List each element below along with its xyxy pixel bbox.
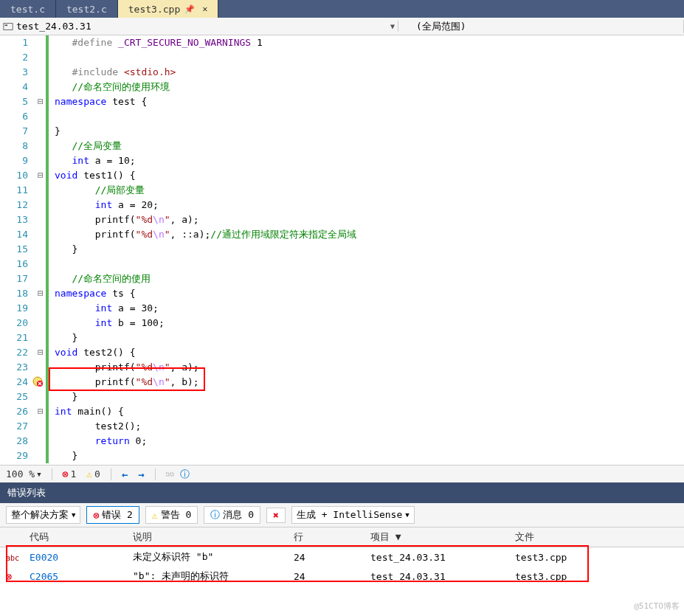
svg-rect-0 — [4, 23, 13, 30]
fold-icon[interactable]: ⊟ — [35, 94, 46, 109]
pin-icon[interactable]: 📌 — [184, 4, 195, 14]
fold-icon[interactable]: ⊟ — [35, 286, 46, 301]
info-icon: ⓘ — [210, 508, 220, 522]
line-number: 7 — [0, 124, 35, 139]
clear-icon: ✖ — [273, 510, 279, 521]
error-file: test3.cpp — [509, 547, 684, 567]
zoom-dropdown[interactable]: 100 % ▼ — [6, 468, 41, 480]
filter-warnings-button[interactable]: ⚠ 警告 0 — [145, 506, 198, 524]
line-number: 16 — [0, 257, 35, 271]
nav-forward-button[interactable]: → — [138, 468, 144, 480]
line-number: 11 — [0, 183, 35, 198]
warning-icon: ⚠ — [152, 510, 158, 521]
line-number: 17 — [0, 271, 35, 286]
scope-dropdown[interactable]: 整个解决方案 ▼ — [6, 506, 80, 524]
line-number: 10 — [0, 168, 35, 183]
source-dropdown[interactable]: 生成 + IntelliSense ▼ — [291, 506, 415, 524]
error-desc: "b": 未声明的标识符 — [127, 567, 288, 586]
col-desc[interactable]: 说明 — [127, 527, 288, 547]
error-icon: ⊗ — [6, 571, 18, 582]
error-icon: ⊗ — [93, 510, 99, 521]
project-icon — [3, 21, 13, 32]
breadcrumb-text: test_24.03.31 — [16, 21, 387, 32]
error-line: 24 — [288, 547, 365, 567]
intellisense-icon: abc — [6, 554, 18, 562]
errorlist-header: 错误列表 — [0, 482, 684, 503]
line-number: 12 — [0, 198, 35, 212]
line-number: 15 — [0, 242, 35, 257]
error-proj: test_24.03.31 — [365, 547, 509, 567]
error-file: test3.cpp — [509, 567, 684, 586]
line-number: 5 — [0, 94, 35, 109]
fold-icon[interactable]: ⊟ — [35, 168, 46, 183]
fold-icon[interactable]: ⊟ — [35, 404, 46, 419]
line-number: 1 — [0, 35, 35, 50]
line-number: 6 — [0, 109, 35, 124]
breadcrumb-bar: test_24.03.31 ▼ (全局范围) — [0, 18, 684, 35]
tab-label: test2.c — [66, 4, 107, 15]
line-number: 25 — [0, 390, 35, 404]
svg-rect-1 — [5, 24, 8, 26]
line-number: 2 — [0, 50, 35, 65]
tab-label: test3.cpp — [128, 4, 180, 15]
tab-test3-cpp[interactable]: test3.cpp 📌 ✕ — [118, 0, 219, 18]
error-desc: 未定义标识符 "b" — [127, 547, 288, 567]
breadcrumb-scope[interactable]: (全局范围) — [398, 20, 684, 33]
col-proj[interactable]: 项目 ▼ — [365, 527, 509, 547]
errorlist-table: 代码 说明 行 项目 ▼ 文件 abc E0020 未定义标识符 "b" 24 … — [0, 527, 684, 586]
tab-label: test.c — [10, 4, 45, 15]
svg-rect-4 — [166, 473, 169, 476]
line-number: 4 — [0, 80, 35, 94]
chevron-down-icon: ▼ — [390, 22, 395, 30]
error-code: C2065 — [24, 567, 127, 586]
close-icon[interactable]: ✕ — [202, 4, 207, 14]
errorlist-toolbar: 整个解决方案 ▼ ⊗ 错误 2 ⚠ 警告 0 ⓘ 消息 0 ✖ 生成 + Int… — [0, 503, 684, 527]
clear-filter-button[interactable]: ✖ — [266, 508, 286, 523]
col-code[interactable]: 代码 — [24, 527, 127, 547]
line-number: 9 — [0, 153, 35, 168]
line-number: 21 — [0, 331, 35, 345]
line-number: 23 — [0, 360, 35, 375]
line-number: 8 — [0, 139, 35, 153]
filter-messages-button[interactable]: ⓘ 消息 0 — [204, 506, 260, 524]
breadcrumb-project[interactable]: test_24.03.31 ▼ — [0, 21, 398, 32]
info-icon: ⓘ — [180, 468, 190, 481]
nav-back-button[interactable]: ← — [122, 468, 128, 480]
line-number: 24 — [0, 375, 35, 390]
table-row[interactable]: ⊗ C2065 "b": 未声明的标识符 24 test_24.03.31 te… — [0, 567, 684, 586]
editor-tabs: test.c test2.c test3.cpp 📌 ✕ — [0, 0, 684, 18]
status-warnings[interactable]: ⚠ 0 — [86, 468, 100, 480]
line-number: 26 — [0, 404, 35, 419]
svg-rect-5 — [170, 473, 173, 476]
line-number: 22 — [0, 345, 35, 360]
error-gutter-icon — [32, 376, 43, 387]
tab-test2-c[interactable]: test2.c — [56, 0, 118, 18]
line-number: 28 — [0, 434, 35, 449]
line-number: 29 — [0, 449, 35, 463]
editor-statusbar: 100 % ▼ ⊗ 1 ⚠ 0 ← → ⓘ — [0, 465, 684, 482]
filter-errors-button[interactable]: ⊗ 错误 2 — [86, 506, 139, 524]
col-line[interactable]: 行 — [288, 527, 365, 547]
tab-test-c[interactable]: test.c — [0, 0, 56, 18]
mixed-indent-icon[interactable]: ⓘ — [166, 468, 190, 481]
line-number: 20 — [0, 316, 35, 331]
table-row[interactable]: abc E0020 未定义标识符 "b" 24 test_24.03.31 te… — [0, 547, 684, 567]
line-number: 14 — [0, 227, 35, 242]
error-proj: test_24.03.31 — [365, 567, 509, 586]
code-editor[interactable]: 1 #define _CRT_SECURE_NO_WARNINGS 1 2 3 … — [0, 35, 684, 465]
line-number: 13 — [0, 212, 35, 227]
col-file[interactable]: 文件 — [509, 527, 684, 547]
fold-icon[interactable]: ⊟ — [35, 345, 46, 360]
line-number: 19 — [0, 301, 35, 316]
error-line: 24 — [288, 567, 365, 586]
error-icon: ⊗ — [63, 468, 69, 480]
error-code: E0020 — [24, 547, 127, 567]
line-number: 27 — [0, 419, 35, 434]
table-header-row: 代码 说明 行 项目 ▼ 文件 — [0, 527, 684, 547]
breadcrumb-text: (全局范围) — [401, 20, 680, 33]
warning-icon: ⚠ — [86, 468, 92, 480]
status-errors[interactable]: ⊗ 1 — [63, 468, 77, 480]
col-icon[interactable] — [0, 527, 24, 547]
errorlist-table-wrap: 代码 说明 行 项目 ▼ 文件 abc E0020 未定义标识符 "b" 24 … — [0, 527, 684, 586]
line-number: 18 — [0, 286, 35, 301]
